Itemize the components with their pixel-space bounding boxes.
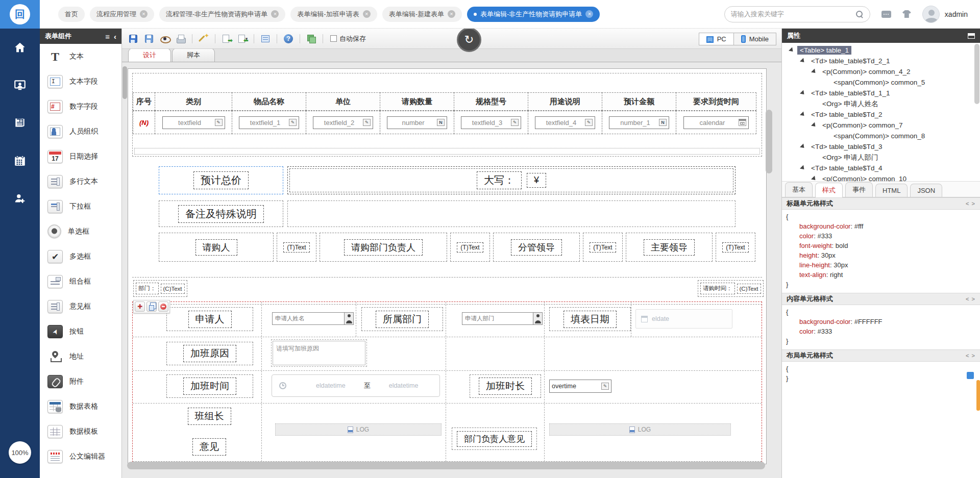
- tree-node[interactable]: <Td> table_table$Td_4: [782, 163, 980, 173]
- search-input[interactable]: [731, 10, 855, 18]
- component-item-datatemplate[interactable]: 数据模板: [40, 419, 121, 444]
- device-pc-button[interactable]: PC: [699, 33, 734, 45]
- component-item-date[interactable]: 日期选择: [40, 144, 121, 169]
- applicant-name-field[interactable]: 申请人姓名: [272, 312, 354, 325]
- layers-button[interactable]: [305, 33, 317, 45]
- autosave-checkbox[interactable]: [330, 35, 337, 42]
- tree-node[interactable]: <p(Common)> common_7: [782, 120, 980, 131]
- props-tab-基本[interactable]: 基本: [785, 182, 813, 197]
- team-leader-cell[interactable]: 班组长: [184, 406, 235, 426]
- tab-design[interactable]: 设计: [128, 48, 171, 62]
- autosave-toggle[interactable]: 自动保存: [330, 34, 366, 43]
- export-button[interactable]: [220, 33, 233, 45]
- table-header-cell[interactable]: 规格型号: [454, 92, 528, 111]
- nav-news[interactable]: [0, 104, 40, 142]
- table-header-cell[interactable]: 类别: [155, 92, 232, 111]
- code-icon[interactable]: < >: [966, 353, 975, 359]
- table-header-cell[interactable]: 序号: [133, 92, 155, 111]
- tree-caret-icon[interactable]: [800, 58, 806, 64]
- approval-sign-cell[interactable]: (T)Text: [716, 233, 755, 262]
- eldate-field[interactable]: eldate: [635, 309, 732, 329]
- tree-caret-icon[interactable]: [800, 143, 806, 149]
- overtime-field[interactable]: overtime: [549, 380, 611, 393]
- panel-window-icon[interactable]: [968, 33, 975, 39]
- total-price-cell[interactable]: 预计总价: [159, 166, 283, 194]
- table-header-cell[interactable]: 用途说明: [528, 92, 602, 111]
- dept-manager-log[interactable]: LOG: [549, 423, 731, 436]
- device-mobile-button[interactable]: Mobile: [734, 33, 776, 45]
- tree-node[interactable]: <Table> table_1: [782, 45, 980, 56]
- tree-node[interactable]: <span(Common)> common_5: [782, 77, 980, 88]
- dept-manager-opinion-cell[interactable]: 部门负责人意见: [452, 427, 537, 450]
- tree-caret-icon[interactable]: [811, 122, 817, 128]
- component-item-multiline[interactable]: 多行文本: [40, 169, 121, 194]
- request-time-group[interactable]: 请购时间： (C)Text: [698, 280, 764, 297]
- style-section-header[interactable]: 内容单元格样式< >: [782, 293, 980, 305]
- tree-caret-icon[interactable]: [800, 165, 806, 171]
- overtime-reason-cell[interactable]: 加班原因: [166, 342, 253, 365]
- message-icon[interactable]: [881, 11, 891, 18]
- caps-amount-cell[interactable]: 大写： ¥: [287, 166, 736, 194]
- textfield_4-widget[interactable]: textfield_4: [535, 116, 595, 129]
- tab-close-icon[interactable]: ×: [271, 10, 279, 18]
- table-header-cell[interactable]: 单位: [306, 92, 380, 111]
- component-item-dropdown[interactable]: 下拉框: [40, 194, 121, 219]
- tree-node[interactable]: <Org> 申请人姓名: [782, 98, 980, 109]
- overtime-duration-cell[interactable]: 加班时长: [470, 374, 541, 398]
- collapse-panel-icon[interactable]: ‹: [114, 32, 116, 41]
- component-item-checkbox[interactable]: 多选框: [40, 244, 121, 269]
- form-settings-button[interactable]: [259, 33, 272, 45]
- datetime-range-field[interactable]: eldatetime 至 eldatetime: [272, 374, 440, 397]
- opinion-cell[interactable]: 意见: [184, 437, 235, 457]
- remark-cell[interactable]: 备注及特殊说明: [159, 200, 283, 227]
- quick-setting-button[interactable]: [967, 372, 974, 379]
- tree-caret-icon[interactable]: [811, 68, 817, 74]
- topbar-tab[interactable]: 流程管理-非生产性物资请购申请单×: [159, 7, 285, 22]
- props-tab-事件[interactable]: 事件: [845, 182, 873, 197]
- tab-close-icon[interactable]: ×: [363, 10, 371, 18]
- tab-close-icon[interactable]: ×: [585, 10, 593, 18]
- code-icon[interactable]: < >: [966, 296, 975, 302]
- nav-home[interactable]: [0, 29, 40, 66]
- help-button[interactable]: [282, 33, 295, 45]
- tree-scrollbar[interactable]: [974, 44, 979, 104]
- avatar[interactable]: [922, 6, 940, 23]
- tab-close-icon[interactable]: ×: [448, 10, 455, 18]
- refresh-button[interactable]: ↻: [457, 28, 481, 52]
- table-header-cell[interactable]: 请购数量: [380, 92, 454, 111]
- topbar-tab[interactable]: 表单编辑-加班申请表×: [290, 7, 377, 22]
- overtime-form-section[interactable]: 申请人 申请人姓名 所属部门 申请人部门 填表日期 eldate 加班原因 请填…: [132, 301, 762, 464]
- component-item-attachment[interactable]: 附件: [40, 369, 121, 394]
- component-item-textfield[interactable]: 文本字段: [40, 69, 121, 94]
- move-icon[interactable]: [135, 301, 145, 312]
- remark-value-cell[interactable]: [287, 200, 736, 227]
- nav-user-desk[interactable]: [0, 66, 40, 104]
- department-cell[interactable]: 所属部门: [361, 307, 443, 331]
- props-tab-样式[interactable]: 样式: [815, 183, 843, 197]
- app-logo[interactable]: 回: [0, 0, 40, 29]
- applicant-cell[interactable]: 申请人: [166, 307, 253, 331]
- code-icon[interactable]: < >: [966, 200, 975, 207]
- tree-caret-icon[interactable]: [800, 90, 806, 96]
- component-item-org[interactable]: 人员组织: [40, 119, 121, 144]
- dept-group[interactable]: 部门： (C)Text: [133, 280, 187, 297]
- tree-node[interactable]: <Td> table_table$Td_3: [782, 141, 980, 152]
- tree-node[interactable]: <Td> table_table$Td_1_1: [782, 88, 980, 98]
- panel-scrollbar-thumb[interactable]: [976, 380, 980, 411]
- component-item-opinion[interactable]: 意见框: [40, 294, 121, 319]
- approval-label-cell[interactable]: 请购部门负责人: [320, 233, 447, 262]
- topbar-tab[interactable]: 表单编辑-新建表单×: [382, 7, 462, 22]
- approval-label-cell[interactable]: 请购人: [159, 233, 274, 262]
- save-button[interactable]: [127, 33, 139, 45]
- nav-calendar[interactable]: [0, 142, 40, 180]
- table-header-cell[interactable]: 预计金额: [602, 92, 676, 111]
- approval-sign-cell[interactable]: (T)Text: [583, 233, 623, 262]
- topbar-tab[interactable]: 首页: [58, 7, 85, 22]
- tree-node[interactable]: <Td> table_table$Td_2_1: [782, 56, 980, 66]
- approval-label-cell[interactable]: 分管领导: [493, 233, 580, 262]
- component-item-radio[interactable]: 单选框: [40, 219, 121, 244]
- wizard-button[interactable]: [198, 33, 210, 45]
- username[interactable]: xadmin: [945, 10, 968, 18]
- save-as-button[interactable]: [143, 33, 155, 45]
- copy-icon[interactable]: [146, 301, 157, 312]
